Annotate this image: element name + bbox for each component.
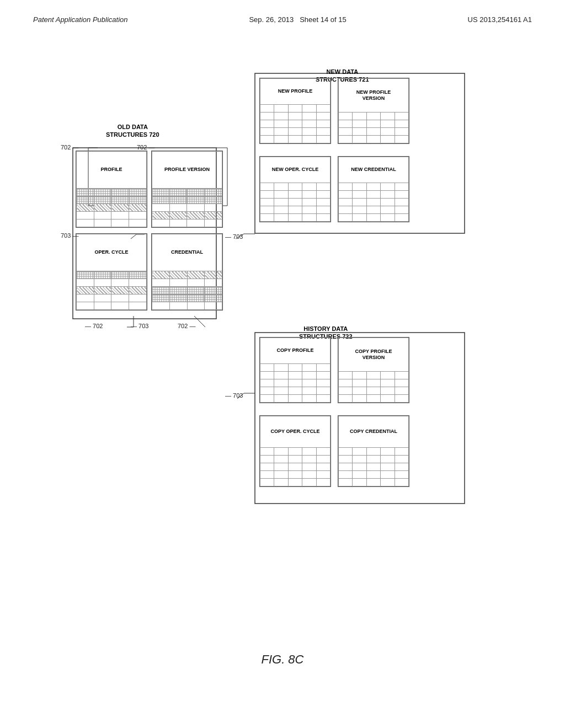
ref-703-1: 703 — xyxy=(61,232,78,239)
new-credential-table: NEW CREDENTIAL xyxy=(338,156,409,222)
header-date: Sep. 26, 2013 xyxy=(249,15,294,24)
ref-702-topright: 702 — xyxy=(137,144,154,151)
ref-702-bottom: — 702 xyxy=(85,323,103,329)
main-content: OLD DATA STRUCTURES 720 PROFILE xyxy=(0,24,565,689)
ref-703-history: — 703 xyxy=(225,392,243,399)
header-left: Patent Application Publication xyxy=(33,15,128,24)
new-profile-version-table: NEW PROFILEVERSION xyxy=(338,78,409,144)
ref-702-bottomright: 702 — xyxy=(178,323,195,329)
svg-line-13 xyxy=(194,316,205,327)
diagram: OLD DATA STRUCTURES 720 PROFILE xyxy=(45,62,520,641)
credential-table: CREDENTIAL xyxy=(151,233,223,311)
copy-profile-header: COPY PROFILE xyxy=(260,338,331,364)
new-profile-header: NEW PROFILE xyxy=(260,79,331,105)
profile-table: PROFILE xyxy=(76,151,147,228)
copy-credential-header: COPY CREDENTIAL xyxy=(339,416,409,448)
profile-version-header: PROFILE VERSION xyxy=(152,152,222,189)
oper-cycle-table: OPER. CYCLE xyxy=(76,233,147,311)
copy-oper-cycle-table: COPY OPER. CYCLE xyxy=(259,415,331,487)
header: Patent Application Publication Sep. 26, … xyxy=(0,0,565,24)
header-sheet: Sheet 14 of 15 xyxy=(300,15,347,24)
new-credential-header: NEW CREDENTIAL xyxy=(339,157,409,183)
copy-profile-version-table: COPY PROFILEVERSION xyxy=(338,337,409,403)
ref-702-topleft: 702 — xyxy=(61,144,78,151)
old-data-title: OLD DATA STRUCTURES 720 xyxy=(106,123,159,139)
copy-profile-version-header: COPY PROFILEVERSION xyxy=(339,338,409,372)
new-profile-table: NEW PROFILE xyxy=(259,78,331,144)
header-right: US 2013,254161 A1 xyxy=(468,15,532,24)
oper-cycle-header: OPER. CYCLE xyxy=(77,234,147,271)
figure-label: FIG. 8C xyxy=(33,652,532,667)
profile-version-table: PROFILE VERSION xyxy=(151,151,223,228)
profile-header: PROFILE xyxy=(77,152,147,189)
new-oper-cycle-header: NEW OPER. CYCLE xyxy=(260,157,331,183)
ref-703-new: — 703 xyxy=(225,233,243,240)
ref-703-2: — 703 xyxy=(131,323,148,329)
copy-credential-table: COPY CREDENTIAL xyxy=(338,415,409,487)
copy-oper-cycle-header: COPY OPER. CYCLE xyxy=(260,416,331,448)
copy-profile-table: COPY PROFILE xyxy=(259,337,331,403)
header-center: Sep. 26, 2013 Sheet 14 of 15 xyxy=(249,15,346,24)
credential-header: CREDENTIAL xyxy=(152,234,222,271)
new-profile-version-header: NEW PROFILEVERSION xyxy=(339,79,409,113)
new-oper-cycle-table: NEW OPER. CYCLE xyxy=(259,156,331,222)
